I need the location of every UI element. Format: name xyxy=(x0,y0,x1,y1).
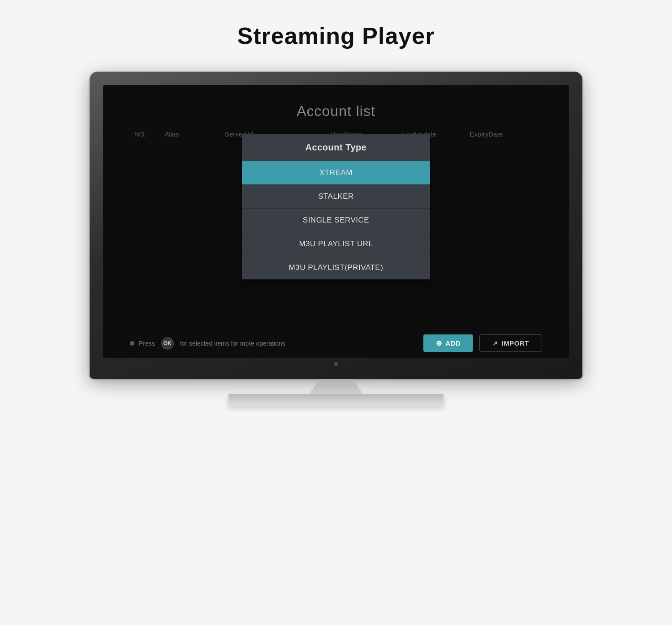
account-type-xtream[interactable]: XTREAM xyxy=(242,161,430,185)
ok-badge: OK xyxy=(161,337,174,350)
tv-bezel: Account list NO. Alias ServerUrl UserNam… xyxy=(90,72,582,379)
account-type-single-service-label: SINGLE SERVICE xyxy=(303,216,369,224)
account-type-xtream-label: XTREAM xyxy=(319,168,353,177)
page-title: Streaming Player xyxy=(237,22,435,49)
account-type-stalker[interactable]: STALKER xyxy=(242,185,430,209)
plus-icon: ⊕ xyxy=(436,339,442,347)
tv-stand-neck xyxy=(309,379,363,394)
account-type-m3u-private[interactable]: M3U PLAYLIST(PRIVATE) xyxy=(242,256,430,279)
screen-content: Account list NO. Alias ServerUrl UserNam… xyxy=(103,85,569,328)
tv-bezel-bottom xyxy=(103,358,569,369)
account-type-single-service[interactable]: SINGLE SERVICE xyxy=(242,209,430,232)
account-type-m3u-url[interactable]: M3U PLAYLIST URL xyxy=(242,232,430,256)
account-type-m3u-url-label: M3U PLAYLIST URL xyxy=(299,240,373,248)
hint-area: Press OK for selected items for more ope… xyxy=(130,337,285,350)
hint-prefix: Press xyxy=(139,340,155,347)
col-header-expiry: ExpiryDate xyxy=(470,130,538,138)
account-type-modal: Account Type XTREAM STALKER SINGLE SERVI… xyxy=(242,134,430,279)
modal-box: Account Type XTREAM STALKER SINGLE SERVI… xyxy=(242,134,430,279)
tv-stand-base xyxy=(228,394,444,407)
modal-title: Account Type xyxy=(306,142,367,152)
import-icon: ↗ xyxy=(492,340,498,347)
add-button[interactable]: ⊕ ADD xyxy=(423,334,474,352)
modal-header: Account Type xyxy=(242,134,430,161)
tv-screen: Account list NO. Alias ServerUrl UserNam… xyxy=(103,85,569,358)
col-header-alias: Alias xyxy=(164,130,225,138)
camera-dot xyxy=(334,362,338,366)
account-type-stalker-label: STALKER xyxy=(318,192,354,201)
account-list-title: Account list xyxy=(130,103,542,120)
import-button[interactable]: ↗ IMPORT xyxy=(479,334,542,352)
add-button-label: ADD xyxy=(445,339,461,347)
action-buttons: ⊕ ADD ↗ IMPORT xyxy=(423,334,542,352)
import-button-label: IMPORT xyxy=(502,339,529,347)
bottom-bar: Press OK for selected items for more ope… xyxy=(103,328,569,358)
hint-dot-icon xyxy=(130,341,134,346)
account-type-m3u-private-label: M3U PLAYLIST(PRIVATE) xyxy=(289,263,383,272)
tv-display: Account list NO. Alias ServerUrl UserNam… xyxy=(90,72,582,407)
hint-suffix: for selected items for more operations xyxy=(180,340,285,347)
col-header-no: NO. xyxy=(134,130,164,138)
